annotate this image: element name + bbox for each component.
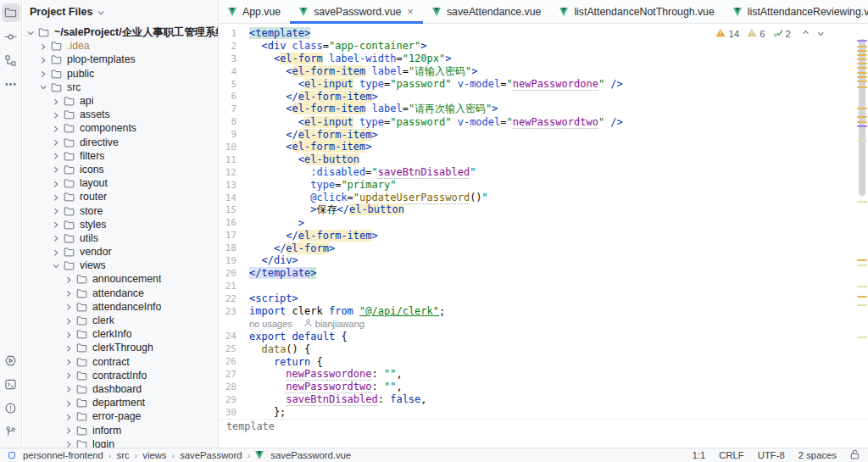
tree-item-views[interactable]: views (23, 259, 218, 272)
stripe-mark[interactable] (857, 286, 867, 287)
stripe-mark[interactable] (857, 81, 867, 82)
status-path-segment[interactable]: views (142, 450, 166, 460)
chevron-right-icon[interactable] (39, 43, 45, 49)
tree-item-filters[interactable]: filters (23, 149, 218, 163)
tree-item-store[interactable]: store (23, 203, 218, 217)
tree-item-clerkinfo[interactable]: clerkInfo (23, 327, 218, 341)
chevron-down-icon[interactable] (28, 29, 34, 35)
tree-item-attendanceinfo[interactable]: attendanceInfo (23, 300, 218, 314)
tree-item-vendor[interactable]: vendor (23, 245, 218, 259)
chevron-right-icon[interactable] (52, 98, 58, 104)
chevron-right-icon[interactable] (52, 222, 58, 228)
stripe-mark[interactable] (857, 50, 867, 52)
tree-item-clerkthrough[interactable]: clerkThrough (23, 341, 218, 354)
stripe-mark[interactable] (857, 337, 867, 338)
readonly-lock-icon[interactable] (850, 449, 860, 461)
status-widget-1-1[interactable]: 1:1 (693, 450, 706, 460)
tree-item-utils[interactable]: utils (23, 231, 218, 245)
tab-App-vue[interactable]: App.vue (219, 0, 290, 23)
chevron-right-icon[interactable] (64, 373, 70, 379)
tree-item-contractinfo[interactable]: contractInfo (23, 369, 218, 382)
chevron-right-icon[interactable] (52, 153, 58, 159)
status-path-segment[interactable]: savePassword (180, 450, 242, 460)
git-branch-icon[interactable] (2, 422, 20, 441)
commit-icon[interactable] (2, 27, 20, 46)
tree-item-dashboard[interactable]: dashboard (23, 382, 218, 396)
chevron-right-icon[interactable] (64, 277, 70, 283)
tree-item-api[interactable]: api (23, 94, 218, 108)
status-widget-crlf[interactable]: CRLF (719, 450, 744, 460)
status-path-segment[interactable]: src (117, 450, 130, 460)
tree-item-router[interactable]: router (23, 190, 218, 203)
chevron-right-icon[interactable] (64, 291, 70, 297)
stripe-mark[interactable] (857, 264, 867, 266)
terminal-icon[interactable] (2, 375, 20, 393)
chevron-down-icon[interactable] (41, 84, 47, 90)
typos-icon[interactable]: 2 (773, 28, 791, 39)
tab-savePassword-vue[interactable]: savePassword.vue× (290, 0, 423, 23)
chevron-right-icon[interactable] (64, 428, 70, 434)
tree-item-plop-templates[interactable]: plop-templates (23, 53, 218, 66)
status-widget-2-spaces[interactable]: 2 spaces (798, 450, 837, 460)
stripe-mark[interactable] (857, 54, 867, 56)
stripe-mark[interactable] (857, 304, 867, 306)
chevron-right-icon[interactable] (64, 400, 70, 406)
stripe-mark[interactable] (857, 201, 867, 203)
chevron-right-icon[interactable] (52, 140, 58, 146)
tree-item-layout[interactable]: layout (23, 176, 218, 190)
chevron-right-icon[interactable] (52, 167, 58, 173)
tree-item-error-page[interactable]: error-page (23, 409, 218, 423)
chevron-right-icon[interactable] (64, 346, 70, 352)
tree-item-styles[interactable]: styles (23, 218, 218, 231)
tab-close-icon[interactable]: × (407, 6, 414, 17)
tab-listAttendanceReviewing-vue[interactable]: listAttendanceReviewing.vue (724, 0, 868, 23)
usages-hint[interactable]: no usages (249, 319, 292, 329)
stripe-mark[interactable] (857, 125, 867, 127)
tab-saveAttendance-vue[interactable]: saveAttendance.vue (423, 0, 550, 23)
stripe-mark[interactable] (857, 296, 867, 298)
chevron-right-icon[interactable] (52, 181, 58, 186)
tree-item-attendance[interactable]: attendance (23, 287, 218, 300)
chevron-down-icon[interactable] (53, 262, 59, 268)
chevron-right-icon[interactable] (52, 209, 58, 214)
stripe-mark[interactable] (857, 140, 867, 142)
more-icon[interactable] (2, 75, 20, 93)
tree-item-public[interactable]: public (23, 67, 218, 81)
chevron-right-icon[interactable] (52, 236, 58, 242)
tree-item-contract[interactable]: contract (23, 355, 218, 369)
tree-item-inform[interactable]: inform (23, 423, 218, 437)
chevron-right-icon[interactable] (64, 387, 70, 392)
code-vision-hint[interactable]: no usagesbianjiawang (249, 319, 364, 329)
chevron-right-icon[interactable] (52, 112, 58, 118)
tree-item-clerk[interactable]: clerk (23, 314, 218, 327)
chevron-right-icon[interactable] (64, 318, 70, 324)
chevron-right-icon[interactable] (52, 249, 58, 255)
stripe-mark[interactable] (857, 72, 867, 74)
stripe-mark[interactable] (857, 67, 867, 69)
tree-item-components[interactable]: components (23, 121, 218, 135)
structure-icon[interactable] (2, 51, 20, 70)
tab-listAttendanceNotThrough-vue[interactable]: listAttendanceNotThrough.vue (550, 0, 723, 23)
breadcrumb-item[interactable]: template (226, 420, 275, 432)
stripe-mark[interactable] (857, 259, 867, 261)
tree-item-src[interactable]: src (23, 81, 218, 94)
next-problem-icon[interactable] (818, 30, 824, 36)
project-folder-icon[interactable] (2, 3, 20, 22)
warning-icon[interactable]: 14 (715, 28, 739, 39)
status-widget-utf-8[interactable]: UTF-8 (758, 450, 785, 460)
problems-icon[interactable] (2, 398, 20, 417)
stripe-mark[interactable] (857, 86, 867, 88)
error-stripe-scrollbar[interactable] (856, 25, 868, 433)
chevron-right-icon[interactable] (64, 359, 70, 365)
prev-problem-icon[interactable] (803, 31, 809, 36)
tree-item-department[interactable]: department (23, 396, 218, 409)
status-file-name[interactable]: savePassword.vue (270, 450, 351, 460)
breadcrumb[interactable]: template (219, 419, 868, 433)
stripe-mark[interactable] (857, 121, 867, 123)
stripe-mark[interactable] (857, 46, 867, 47)
inspections-widget[interactable]: 1462 (712, 27, 831, 40)
tree-item-announcement[interactable]: announcement (23, 272, 218, 286)
stripe-mark[interactable] (857, 76, 867, 78)
chevron-right-icon[interactable] (39, 58, 45, 64)
tree-item-directive[interactable]: directive (23, 136, 218, 149)
